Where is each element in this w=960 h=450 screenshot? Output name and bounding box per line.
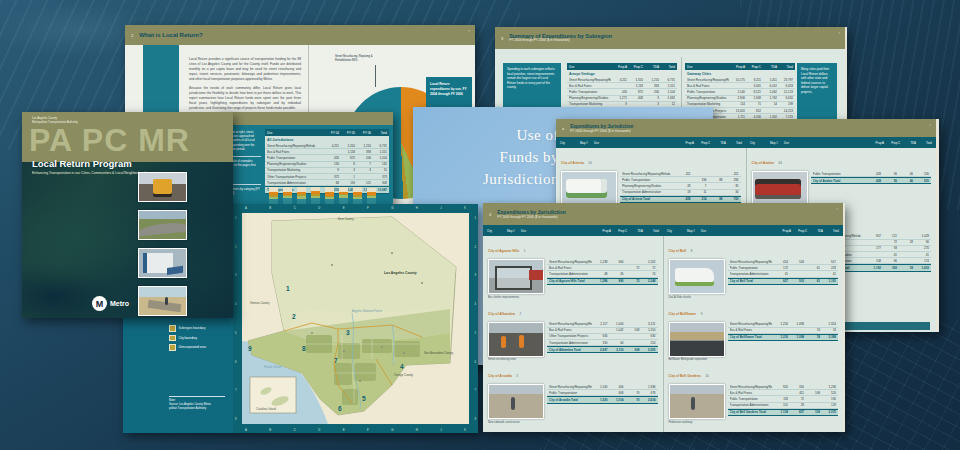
map-legend: Subregion boundaryCity boundaryUnincorpo… [169, 322, 206, 354]
photo-highway-curve [138, 210, 187, 240]
row-label: Planning/Engineering/Studies [687, 96, 729, 100]
list-item: H [416, 206, 418, 210]
table-column-header: UseProp AProp CTDATotal [685, 63, 795, 70]
subregion-number: 1 [286, 285, 290, 292]
row-value: 1,603 [913, 266, 929, 270]
row-value: 66 [881, 259, 897, 263]
stacked-bar-chart [265, 184, 393, 205]
list-item: Funds by [429, 147, 559, 169]
table-total-row: City of Bell Gardens Total1,1398271092,0… [728, 409, 839, 416]
list-item: FY 05 [339, 131, 355, 135]
list-item: 4 [235, 302, 237, 306]
row-label: Planning/Engineering/Studies [569, 96, 611, 100]
row-value: 2,075 [820, 410, 836, 414]
row-value: 1,216 [772, 335, 788, 339]
row-label: Planning/Engineering/Studies [267, 162, 323, 166]
city-entry: City of Agoura Hills 1 Bus shelter impro… [488, 238, 658, 299]
row-label: Street Resurfacing/Repaving/Rehab. [622, 172, 675, 176]
row-value: 627 [772, 279, 788, 283]
row-value: 41 [913, 253, 929, 257]
page-subtitle: FY 2004 through FY 2006 ($ in thousands) [509, 39, 612, 43]
row-label: Public Transportation [622, 178, 675, 182]
row-value: 1,540 [729, 90, 745, 94]
list-item: A [245, 206, 247, 210]
list-item: Use of [429, 125, 559, 147]
list-item: Total [916, 141, 932, 145]
row-value: 907 [865, 234, 881, 238]
row-value: 5,411 [761, 78, 777, 82]
row-value: 608 [608, 391, 624, 395]
list-item: 6 [235, 360, 237, 364]
page-marker: 2 [131, 33, 133, 38]
row-value: 206 [355, 156, 371, 160]
row-value: 196 [691, 178, 707, 182]
row-value: 28 [675, 184, 691, 188]
page-marker: a [562, 126, 564, 131]
list-item: TDA [627, 229, 643, 233]
row-value: 520 [820, 391, 836, 395]
row-value: 530 [913, 179, 929, 183]
corner-marker: ▫ [469, 28, 470, 33]
row-value: 1,210 [643, 78, 659, 82]
row-value: 56 [881, 172, 897, 176]
row-value: 145 [371, 162, 387, 166]
row-value: 2,062 [761, 90, 777, 94]
list-item: E [343, 428, 345, 432]
row-value: 14 [761, 102, 777, 106]
row-label: Transportation Administration [730, 403, 773, 407]
row-label: City of Bell Total [730, 279, 773, 283]
row-label: Street Resurfacing/Repaving/Rehab. [687, 78, 729, 82]
row-value: 9 [323, 168, 339, 172]
list-item: TDA [900, 141, 916, 145]
corner-marker: ▫ [839, 30, 840, 35]
list-item: B [269, 206, 271, 210]
city-entry: City of Alhambra 2 Street resurfacing cr… [488, 301, 658, 362]
row-value: 41 [820, 272, 836, 276]
list-item: Total [726, 141, 742, 145]
legend-item: Subregion boundary [169, 325, 206, 332]
list-item: D [318, 206, 320, 210]
row-value: 26 [608, 272, 624, 276]
row-value: 109 [804, 391, 820, 395]
row-label: Bus & Rail Fares [549, 266, 592, 270]
row-value: 130 [323, 162, 339, 166]
row-value: 3 [643, 96, 659, 100]
list-item: 2 [474, 245, 476, 249]
list-item: FY 06 [355, 131, 371, 135]
list-item: Use [594, 141, 678, 145]
row-value: 72 [788, 397, 804, 401]
row-value: 1,948 [745, 96, 761, 100]
city-table: Street Resurfacing/Repaving/Rehab.414503… [728, 259, 839, 299]
row-value: 508 [624, 328, 640, 332]
pie-callout-top: Street Resurfacing, Repaving & Rehabilit… [335, 55, 379, 62]
row-label: Street Resurfacing/Repaving/Rehab. [549, 385, 592, 389]
metro-logo-text: Metro [110, 300, 129, 307]
la-county-map: Catalina Island [242, 213, 469, 424]
list-item: Use [687, 65, 729, 69]
stacked-bar [339, 187, 348, 204]
page-header-band: 2 What is Local Return? [125, 25, 475, 45]
subregion-number: 4 [400, 363, 404, 370]
photo-road-paver [138, 172, 187, 202]
row-value: 12,123 [777, 90, 793, 94]
list-item: A [245, 428, 247, 432]
list-item: Prop A [611, 65, 627, 69]
row-value: 630 [640, 334, 656, 338]
list-item: H [416, 428, 418, 432]
column-header-left: CityMap #UseProp AProp CTDATotal [483, 227, 663, 234]
row-label: Transportation Administration [549, 272, 592, 276]
legend-label: City boundary [179, 336, 198, 340]
table-column-header: UseProp AProp CTDATotal [567, 63, 677, 70]
row-value: 118 [772, 397, 788, 401]
row-value: 408 [627, 96, 643, 100]
row-value: 2,117 [592, 322, 608, 326]
list-item: City [560, 141, 580, 145]
row-value: 10,175 [729, 78, 745, 82]
row-value: 121 [881, 234, 897, 238]
row-label: Street Resurfacing/Repaving/Rehab. [549, 260, 592, 264]
row-value: 88 [707, 178, 723, 182]
row-value: 174 [913, 259, 929, 263]
row-value: 2,110 [608, 348, 624, 352]
stacked-bar [297, 187, 306, 204]
page-subtitle: FY 2004 through FY 2006 ($ in thousands) [570, 129, 633, 133]
